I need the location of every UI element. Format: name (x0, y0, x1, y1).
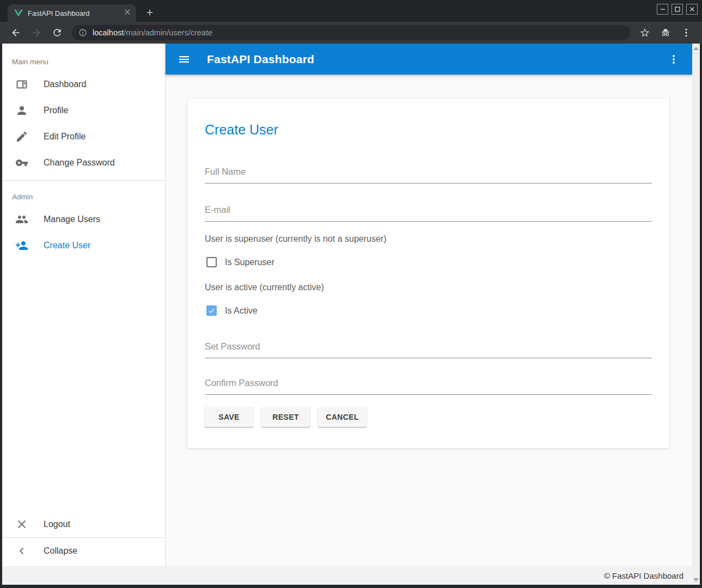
browser-toolbar: localhost/main/admin/users/create (0, 22, 702, 44)
close-icon (15, 518, 28, 531)
page-footer: © FastAPI Dashboard (2, 566, 700, 585)
url-host: localhost (93, 28, 124, 37)
is-active-checkbox[interactable] (206, 305, 217, 316)
sidebar-item-profile[interactable]: Profile (2, 97, 165, 124)
form-actions: SAVE RESET CANCEL (205, 407, 652, 427)
is-superuser-checkbox[interactable] (206, 257, 217, 267)
new-tab-button[interactable] (145, 8, 155, 17)
sidebar-bottom: Logout Collapse (2, 511, 165, 566)
url-path: /main/admin/users/create (124, 28, 212, 37)
person-icon (15, 104, 28, 117)
scrollbar[interactable] (692, 44, 700, 585)
set-password-field (205, 340, 652, 358)
incognito-icon (655, 27, 676, 38)
full-name-field (205, 165, 652, 183)
sidebar-section-main-menu: Main menu (2, 44, 165, 71)
cancel-button[interactable]: CANCEL (318, 407, 367, 427)
sidebar: Main menu Dashboard Pro (2, 44, 166, 566)
window-close-button[interactable] (686, 4, 698, 15)
site-info-icon[interactable] (78, 28, 87, 37)
page-content: Create User User is superuser (currently… (166, 75, 692, 566)
save-button[interactable]: SAVE (205, 407, 253, 427)
bookmark-star-icon[interactable] (634, 27, 655, 38)
page-viewport: Main menu Dashboard Pro (2, 44, 700, 585)
forward-button[interactable] (26, 27, 47, 38)
browser-menu-icon[interactable] (676, 27, 697, 38)
reload-button[interactable] (47, 27, 68, 38)
email-input[interactable] (205, 203, 652, 222)
sidebar-section-admin: Admin (2, 185, 165, 206)
scrollbar-up-arrow[interactable] (693, 47, 699, 50)
browser-window: FastAPI Dashboard (0, 0, 702, 588)
chevron-left-icon (15, 544, 28, 558)
pencil-icon (15, 130, 28, 143)
hamburger-menu-icon[interactable] (178, 53, 191, 66)
dashboard-icon (15, 78, 28, 91)
sidebar-item-dashboard[interactable]: Dashboard (2, 71, 165, 97)
tab-strip: FastAPI Dashboard (0, 0, 702, 22)
browser-tab[interactable]: FastAPI Dashboard (8, 4, 136, 22)
is-active-row[interactable]: Is Active (205, 305, 652, 316)
address-bar[interactable]: localhost/main/admin/users/create (72, 25, 630, 40)
copyright-text: © FastAPI Dashboard (604, 567, 700, 585)
page-title: Create User (205, 121, 652, 138)
window-maximize-button[interactable] (672, 4, 683, 15)
url-text: localhost/main/admin/users/create (93, 28, 212, 38)
create-user-card: Create User User is superuser (currently… (187, 99, 669, 448)
reset-button[interactable]: RESET (261, 407, 310, 427)
tab-title: FastAPI Dashboard (28, 9, 123, 17)
tab-close-icon[interactable] (123, 8, 132, 19)
sidebar-item-collapse[interactable]: Collapse (2, 538, 165, 564)
sidebar-item-change-password[interactable]: Change Password (2, 150, 165, 176)
person-add-icon (15, 239, 28, 252)
back-button[interactable] (5, 27, 26, 38)
is-superuser-label[interactable]: Is Superuser (225, 258, 274, 267)
app-title: FastAPI Dashboard (207, 53, 314, 66)
set-password-input[interactable] (205, 340, 652, 358)
people-icon (15, 213, 28, 226)
app-bar: FastAPI Dashboard (166, 44, 692, 75)
sidebar-item-logout[interactable]: Logout (2, 511, 165, 537)
sidebar-item-manage-users[interactable]: Manage Users (2, 206, 165, 232)
confirm-password-input[interactable] (205, 376, 652, 395)
main-area: FastAPI Dashboard Create User (166, 44, 692, 566)
is-superuser-row[interactable]: Is Superuser (205, 257, 652, 267)
active-hint: User is active (currently active) (205, 282, 652, 292)
sidebar-item-edit-profile[interactable]: Edit Profile (2, 124, 165, 150)
sidebar-divider (2, 180, 165, 181)
appbar-menu-icon[interactable] (667, 53, 680, 66)
email-field (205, 203, 652, 222)
full-name-input[interactable] (205, 165, 652, 183)
confirm-password-field (205, 376, 652, 395)
scrollbar-down-arrow[interactable] (693, 578, 699, 581)
vue-logo-icon (14, 9, 23, 17)
sidebar-item-create-user[interactable]: Create User (2, 232, 165, 259)
window-controls (657, 4, 698, 15)
is-active-label[interactable]: Is Active (225, 306, 258, 316)
superuser-hint: User is superuser (currently is not a su… (205, 234, 652, 244)
key-icon (15, 156, 28, 169)
window-minimize-button[interactable] (657, 4, 668, 15)
